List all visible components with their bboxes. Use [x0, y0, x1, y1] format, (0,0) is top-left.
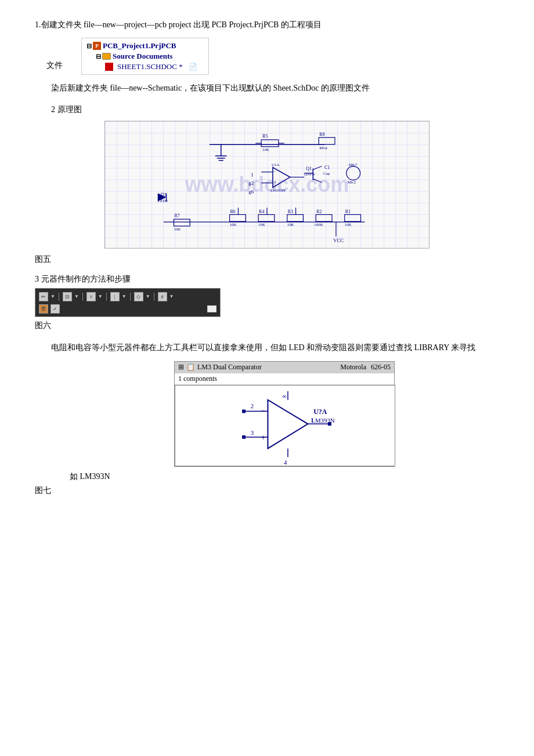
divider-1 — [59, 293, 59, 301]
svg-text:3: 3 — [251, 429, 254, 435]
svg-text:-: - — [274, 170, 276, 175]
svg-rect-10 — [319, 138, 335, 145]
toolbar-icon-7: 🖹 — [39, 304, 48, 314]
file-icon: 📄 — [189, 63, 197, 71]
svg-text:R6: R6 — [230, 209, 236, 214]
toolbar-icon-8: ✓ — [50, 304, 60, 314]
label-left: 文件 — [46, 60, 63, 71]
svg-text:LM393N: LM393N — [311, 417, 334, 424]
file-tree: ⊟ P PCB_Project1.PrjPCB ⊟ Source Documen… — [81, 38, 209, 75]
svg-text:C1: C1 — [324, 165, 330, 171]
divider-2 — [82, 293, 83, 301]
checkbox-icon — [207, 305, 217, 312]
toolbar-icon-5: ◇ — [134, 292, 143, 301]
project-icon: P — [93, 42, 101, 50]
component-preview: − + 1 2 3 ∞ — [175, 385, 395, 466]
svg-rect-5 — [261, 140, 279, 147]
svg-text:10K: 10K — [287, 223, 294, 227]
folder-icon — [102, 53, 111, 60]
sheet-file: SHEET1.SCHDOC * — [117, 62, 183, 71]
svg-text:10K: 10K — [262, 147, 269, 152]
svg-text:10K: 10K — [258, 223, 265, 227]
divider-3 — [106, 293, 107, 301]
expand-icon: ⊟ — [86, 42, 92, 50]
svg-text:U?A: U?A — [313, 408, 327, 416]
dropdown-arrow-3: ▼ — [98, 294, 103, 299]
divider-5 — [154, 293, 154, 301]
lib-icon: 📋 — [186, 363, 195, 372]
svg-text:MK7: MK7 — [349, 163, 358, 167]
svg-rect-66 — [242, 409, 246, 413]
toolbar-icon-6: # — [158, 292, 167, 301]
divider-4 — [130, 293, 131, 301]
expand-icon-lib: ⊞ — [178, 363, 184, 372]
fig6-label: 图六 — [35, 321, 499, 331]
schematic-icon — [105, 63, 113, 71]
toolbar-icon-1: ✏ — [39, 292, 48, 301]
svg-point-29 — [347, 167, 360, 181]
svg-text:1: 1 — [251, 172, 253, 178]
intro-text: 1.创建文件夹 file—new—project—pcb project 出现 … — [35, 17, 499, 32]
svg-text:g6: g6 — [248, 189, 254, 195]
toolbar-image: ✏ ▼ ⊟ ▼ ≡ ▼ | ▼ ◇ ▼ # ▼ 🖹 ✓ — [35, 288, 221, 317]
lib-count: 1 components — [175, 373, 394, 385]
para2: 电阻和电容等小型元器件都在上方工具栏可以直接拿来使用，但如 LED 和滑动变阻器… — [35, 340, 499, 355]
dropdown-arrow-6: ▼ — [169, 294, 174, 299]
svg-rect-67 — [242, 435, 246, 438]
svg-text:10K: 10K — [345, 223, 352, 227]
svg-text:R3: R3 — [288, 209, 293, 214]
svg-text:VCC: VCC — [333, 237, 344, 243]
dropdown-arrow-2: ▼ — [74, 294, 79, 299]
dropdown-arrow-5: ▼ — [146, 294, 150, 299]
svg-marker-63 — [268, 399, 308, 448]
para1: 染后新建文件夹 file—new--Schematic，在该项目下出现默认的 S… — [35, 81, 499, 95]
svg-line-26 — [313, 179, 322, 182]
svg-text:2: 2 — [251, 402, 254, 409]
svg-text:R4: R4 — [259, 209, 264, 214]
svg-text:100K: 100K — [314, 223, 323, 227]
dropdown-arrow-1: ▼ — [50, 294, 55, 299]
note-lm393n: 如 LM393N — [70, 471, 110, 482]
lib-component-name: LM3 Dual Comparator — [197, 363, 262, 372]
svg-text:R7: R7 — [174, 214, 179, 219]
svg-text:R5: R5 — [262, 134, 268, 139]
toolbar-icon-3: ≡ — [86, 292, 96, 301]
toolbar-icon-4: | — [110, 292, 120, 301]
svg-text:10K: 10K — [230, 223, 237, 227]
lib-header: ⊞ 📋 LM3 Dual Comparator Motorola 626-05 — [175, 362, 394, 373]
svg-text:10K: 10K — [174, 228, 181, 232]
svg-rect-45 — [316, 215, 332, 222]
svg-text:R1: R1 — [345, 209, 351, 214]
svg-text:+: + — [274, 179, 277, 185]
toolbar-icon-2: ⊟ — [63, 292, 72, 301]
svg-text:U1A: U1A — [272, 163, 279, 167]
svg-text:Q1: Q1 — [306, 167, 312, 172]
heading3: 3 元器件制作的方法和步骤 — [35, 274, 499, 285]
svg-text:4: 4 — [284, 459, 287, 466]
svg-text:+: + — [261, 433, 266, 441]
lib-part-number: 626-05 — [371, 363, 391, 372]
svg-rect-36 — [230, 215, 246, 222]
library-panel: ⊞ 📋 LM3 Dual Comparator Motorola 626-05 … — [174, 361, 395, 467]
svg-rect-39 — [258, 215, 275, 222]
svg-text:∞: ∞ — [282, 392, 287, 399]
svg-text:Mic2: Mic2 — [348, 180, 356, 184]
svg-rect-51 — [174, 219, 190, 226]
heading2: 2 原理图 — [51, 105, 499, 115]
schematic-diagram: www.bdocx.com R5 10K R8 RPot U1A LM393 — [104, 121, 430, 249]
svg-text:R8: R8 — [319, 132, 324, 137]
svg-text:Cap: Cap — [323, 172, 330, 176]
svg-rect-42 — [287, 215, 304, 222]
svg-line-25 — [313, 167, 322, 170]
project-name: PCB_Project1.PrjPCB — [103, 41, 176, 51]
fig7-label: 图七 — [35, 485, 499, 496]
svg-text:g2: g2 — [248, 180, 254, 186]
source-docs-label: Source Documents — [113, 52, 172, 61]
dropdown-arrow-4: ▼ — [122, 294, 127, 299]
svg-rect-48 — [345, 215, 361, 222]
svg-text:R2: R2 — [316, 209, 322, 214]
lib-manufacturer: Motorola — [340, 363, 366, 372]
expand-icon-2: ⊟ — [96, 53, 101, 60]
svg-text:LM393N: LM393N — [270, 188, 286, 192]
svg-text:RPot: RPot — [319, 146, 327, 150]
